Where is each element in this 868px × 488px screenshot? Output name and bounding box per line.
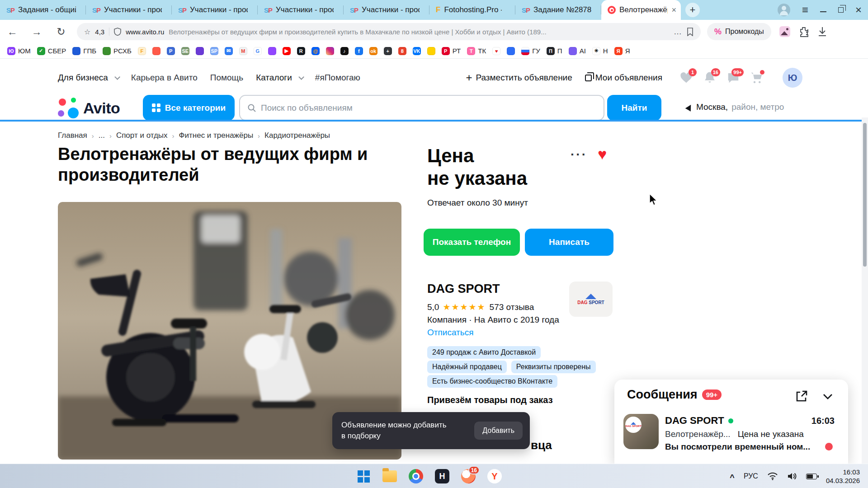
location-selector[interactable]: Москва, район, метро	[686, 102, 784, 112]
breadcrumb-item[interactable]: Кардиотренажёры	[264, 131, 330, 140]
h-app-button[interactable]: H	[434, 468, 450, 484]
bookmark-item[interactable]: M	[239, 47, 247, 55]
bookmark-item[interactable]: VK	[413, 47, 421, 55]
downloads-icon[interactable]	[817, 26, 827, 37]
search-submit-button[interactable]: Найти	[607, 95, 661, 121]
extensions-puzzle-icon[interactable]	[798, 26, 809, 37]
listing-more-menu-icon[interactable]: ···	[571, 147, 587, 162]
all-categories-button[interactable]: Все категории	[143, 95, 235, 121]
avito-logo[interactable]: Avito	[58, 98, 120, 118]
bookmark-item[interactable]	[152, 47, 160, 55]
wifi-icon[interactable]	[767, 472, 778, 480]
bookmark-item[interactable]: ✓ СБЕР	[37, 47, 66, 55]
new-tab-button[interactable]: +	[685, 3, 700, 17]
collapse-chevron-icon[interactable]	[821, 389, 835, 403]
bookmark-item[interactable]	[427, 47, 435, 55]
nav-ihelp[interactable]: #яПомогаю	[315, 73, 360, 83]
favorite-heart-icon[interactable]: ♥	[598, 146, 607, 162]
bookmark-item[interactable]	[268, 47, 276, 55]
seller-reviews[interactable]: 573 отзыва	[490, 302, 534, 312]
bookmark-item[interactable]	[326, 47, 334, 55]
breadcrumb-item[interactable]: Главная	[58, 131, 87, 140]
browser-menu-icon[interactable]: ≡	[802, 4, 808, 16]
urlbar-more-icon[interactable]: …	[674, 27, 682, 37]
bookmark-item[interactable]: SE	[181, 47, 189, 55]
open-messages-icon[interactable]	[795, 389, 808, 403]
bookmark-item[interactable]: SP	[210, 47, 218, 55]
bookmark-item[interactable]: РСХБ	[103, 47, 132, 55]
bookmark-item[interactable]: ok	[369, 47, 377, 55]
forward-button[interactable]: →	[24, 26, 49, 38]
bookmark-item[interactable]: Т ТК	[467, 47, 486, 55]
window-maximize-button[interactable]	[838, 7, 844, 13]
bookmark-item[interactable]: 8	[398, 47, 406, 55]
tab-1[interactable]: SP Задания - общий с	[0, 0, 86, 20]
address-bar[interactable]: ☆ 4,3 www.avito.ru Велотренажёры от веду…	[77, 23, 701, 40]
window-minimize-button[interactable]	[820, 11, 826, 12]
bookmark-item[interactable]: ГПБ	[72, 47, 96, 55]
messages-chat-icon[interactable]: 99+	[726, 71, 740, 84]
tab-6[interactable]: F Fotohosting.Pro -	[429, 0, 515, 20]
write-message-button[interactable]: Написать	[525, 229, 613, 256]
tab-7[interactable]: SP Задание №287802	[515, 0, 601, 20]
tab-close-icon[interactable]: ×	[671, 6, 676, 14]
volume-icon[interactable]	[787, 472, 797, 480]
bookmark-item[interactable]: R	[297, 47, 305, 55]
cart-icon[interactable]	[750, 71, 764, 84]
bookmark-item[interactable]: ✳ Н	[592, 47, 608, 55]
bookmark-item[interactable]: +	[384, 47, 392, 55]
nav-catalogs[interactable]: Каталоги	[256, 73, 302, 83]
bookmark-item[interactable]: P	[167, 47, 175, 55]
notifications-bell-icon[interactable]: 16	[703, 71, 717, 84]
start-button[interactable]	[355, 468, 372, 484]
bookmark-item[interactable]: @	[311, 47, 320, 55]
bookmark-item[interactable]: ✉	[225, 47, 233, 55]
bookmark-item[interactable]: Р РТ	[442, 47, 461, 55]
window-close-button[interactable]: ×	[855, 5, 862, 15]
my-ads-button[interactable]: Мои объявления	[585, 73, 662, 83]
favorites-heart-icon[interactable]: 1	[679, 71, 693, 84]
seller-logo[interactable]: DAG SPORT	[569, 282, 613, 317]
tab-4[interactable]: SP Участники - проф	[258, 0, 344, 20]
tab-5[interactable]: SP Участники - проф	[344, 0, 429, 20]
back-button[interactable]: ←	[0, 26, 24, 38]
messenger-app-button[interactable]: 16	[460, 468, 476, 484]
bookmark-item[interactable]: ▶	[283, 47, 291, 55]
battery-icon[interactable]	[806, 474, 817, 479]
user-avatar[interactable]: Ю	[783, 68, 802, 88]
chrome-button[interactable]	[408, 468, 424, 484]
bookmark-item[interactable]: AI	[569, 47, 586, 55]
bookmark-item[interactable]: ГУ	[521, 47, 540, 55]
bookmark-item[interactable]: f	[355, 47, 363, 55]
show-phone-button[interactable]: Показать телефон	[424, 229, 520, 256]
browser-profile-avatar[interactable]	[778, 4, 790, 16]
search-input[interactable]	[261, 103, 596, 113]
nav-for-business[interactable]: Для бизнеса	[58, 73, 118, 83]
bookmark-item[interactable]: ♪	[340, 47, 349, 55]
taskbar-clock[interactable]: 16:03 04.03.2026	[826, 468, 860, 485]
message-list-item[interactable]: DAG SPORT DAG SPORT 16:03 Велотренажёр..…	[623, 413, 841, 450]
bookmark-item[interactable]: Я Я	[614, 47, 630, 55]
breadcrumb-item[interactable]: Фитнес и тренажёры	[179, 131, 254, 140]
reload-button[interactable]: ↻	[49, 26, 73, 38]
bookmark-item[interactable]	[507, 47, 515, 55]
language-indicator[interactable]: РУС	[744, 472, 758, 480]
bookmark-item[interactable]	[196, 47, 204, 55]
bookmark-item[interactable]: G	[254, 47, 262, 55]
nav-help[interactable]: Помощь	[210, 73, 243, 83]
tab-3[interactable]: SP Участники - проф	[172, 0, 258, 20]
nav-career[interactable]: Карьера в Авито	[131, 73, 198, 83]
post-ad-button[interactable]: +Разместить объявление	[466, 72, 572, 83]
unsubscribe-link[interactable]: Отписаться	[427, 328, 473, 338]
toast-add-button[interactable]: Добавить	[474, 422, 523, 440]
bookmark-item[interactable]: ♥	[492, 47, 500, 55]
bookmark-flag-icon[interactable]	[687, 28, 693, 36]
seller-name[interactable]: DAG SPORT	[427, 282, 500, 296]
file-explorer-button[interactable]	[382, 468, 398, 484]
tray-expand-chevron[interactable]: ^	[730, 473, 735, 483]
bookmark-item[interactable]: Ю ЮМ	[7, 47, 31, 55]
scrollbar-thumb[interactable]	[863, 123, 867, 267]
screenshot-icon[interactable]	[779, 26, 790, 37]
breadcrumb-item[interactable]: ...	[99, 131, 105, 140]
breadcrumb-item[interactable]: Спорт и отдых	[116, 131, 168, 140]
